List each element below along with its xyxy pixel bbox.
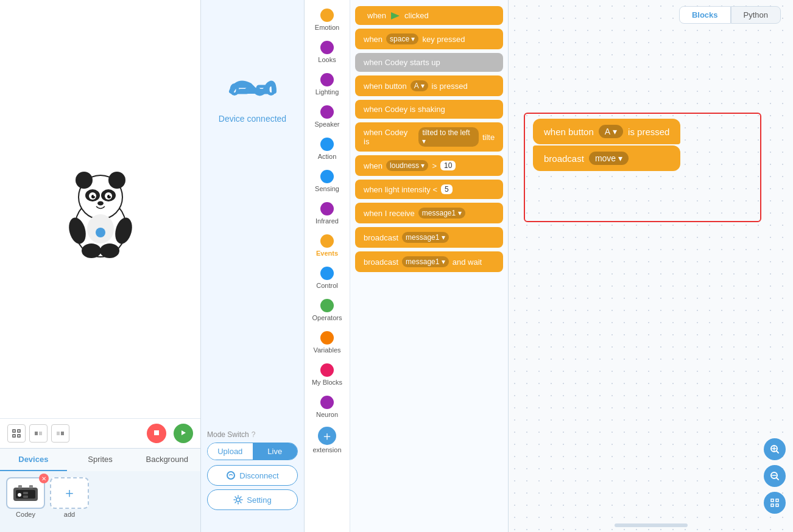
block-when-button[interactable]: when button A ▾ is pressed — [355, 75, 503, 96]
svg-point-3 — [108, 172, 125, 189]
cat-item-emotion[interactable]: Emotion — [305, 4, 350, 36]
svg-rect-43 — [771, 504, 774, 506]
ws-controls — [764, 438, 786, 514]
mode-switch-area: Mode Switch ? Upload Live Disconnect Set… — [207, 424, 298, 520]
panda-sprite — [61, 161, 140, 258]
upload-mode-btn[interactable]: Upload — [208, 443, 253, 460]
tilt-dropdown[interactable]: tilted to the left ▾ — [418, 127, 479, 147]
svg-point-37 — [236, 498, 240, 502]
svg-rect-27 — [154, 430, 159, 435]
block-when-starts[interactable]: when Codey starts up — [355, 53, 503, 72]
sensing-dot — [320, 170, 334, 183]
block-when-receive[interactable]: when I receive message1 ▾ — [355, 203, 503, 223]
workspace-scrollbar[interactable] — [615, 523, 688, 527]
cat-label-variables: Variables — [313, 346, 340, 354]
cat-item-sensing[interactable]: Sensing — [305, 165, 350, 197]
device-close-button[interactable]: ✕ — [39, 474, 49, 483]
space-dropdown[interactable]: space ▾ — [386, 33, 418, 44]
small-view-button[interactable] — [29, 424, 48, 443]
block-broadcast-wait[interactable]: broadcast message1 ▾ and wait — [355, 251, 503, 272]
cat-item-operators[interactable]: Operators — [305, 294, 350, 326]
block-when-shaking[interactable]: when Codey is shaking — [355, 100, 503, 119]
broadcast-dropdown[interactable]: message1 ▾ — [402, 232, 449, 243]
cat-item-looks[interactable]: Looks — [305, 36, 350, 68]
loudness-dropdown[interactable]: loudness ▾ — [386, 160, 428, 171]
extension-add-button[interactable]: ＋ — [318, 427, 336, 445]
cat-label-infrared: Infrared — [315, 217, 339, 225]
svg-rect-24 — [39, 432, 42, 435]
loudness-value[interactable]: 10 — [440, 161, 456, 170]
svg-point-2 — [76, 172, 93, 189]
fullscreen-button[interactable] — [7, 424, 26, 443]
ws-broadcast-dropdown[interactable]: move ▾ — [589, 152, 629, 165]
zoom-in-button[interactable] — [764, 438, 786, 460]
ws-block-broadcast[interactable]: broadcast move ▾ — [533, 145, 680, 171]
cat-item-infrared[interactable]: Infrared — [305, 197, 350, 229]
cat-item-variables[interactable]: Variables — [305, 326, 350, 359]
flag-icon — [390, 12, 401, 20]
live-mode-btn[interactable]: Live — [253, 443, 298, 460]
disconnect-icon — [226, 471, 236, 480]
infrared-dot — [320, 202, 334, 215]
tab-sprites[interactable]: Sprites — [67, 449, 134, 471]
left-panel: Devices Sprites Background ✕ — [0, 0, 201, 532]
zoom-in-icon — [770, 444, 780, 454]
cat-item-events[interactable]: Events — [305, 229, 350, 262]
cat-label-sensing: Sensing — [315, 185, 339, 192]
category-panel: Emotion Looks Lighting Speaker Action Se… — [305, 0, 350, 532]
setting-button[interactable]: Setting — [207, 489, 298, 510]
block-when-tilted[interactable]: when Codey is tilted to the left ▾ tilte — [355, 122, 503, 152]
cat-item-lighting[interactable]: Lighting — [305, 68, 350, 100]
panda-container — [0, 0, 200, 418]
ws-button-dropdown[interactable]: A ▾ — [599, 125, 623, 138]
large-view-button[interactable] — [51, 424, 69, 443]
block-when-key[interactable]: when space ▾ key pressed — [355, 29, 503, 49]
start-button[interactable] — [174, 424, 193, 443]
mode-help-icon[interactable]: ? — [252, 430, 256, 439]
cat-label-looks: Looks — [318, 56, 336, 63]
svg-rect-21 — [13, 435, 15, 437]
svg-rect-23 — [35, 432, 38, 435]
cat-label-operators: Operators — [312, 314, 342, 321]
cat-item-action[interactable]: Action — [305, 133, 350, 165]
cat-item-speaker[interactable]: Speaker — [305, 100, 350, 133]
blocks-panel: when clicked when space ▾ key pressed wh… — [350, 0, 509, 532]
device-box-codey[interactable] — [6, 477, 45, 509]
operators-dot — [320, 299, 334, 312]
cat-label-myblocks: My Blocks — [312, 379, 342, 386]
header-tab-blocks[interactable]: Blocks — [679, 6, 731, 24]
cat-item-myblocks[interactable]: My Blocks — [305, 359, 350, 391]
tabs-row: Devices Sprites Background — [0, 448, 200, 471]
ws-block-when-button[interactable]: when button A ▾ is pressed — [533, 119, 680, 144]
zoom-out-button[interactable] — [764, 465, 786, 487]
cat-label-control: Control — [316, 282, 337, 289]
svg-point-10 — [93, 194, 95, 196]
block-broadcast[interactable]: broadcast message1 ▾ — [355, 227, 503, 248]
block-when-clicked[interactable]: when clicked — [355, 6, 503, 25]
add-device-button[interactable]: ＋ — [50, 477, 89, 509]
button-dropdown[interactable]: A ▾ — [411, 80, 428, 91]
cat-label-events: Events — [316, 250, 338, 257]
cat-item-control[interactable]: Control — [305, 262, 350, 294]
looks-dot — [320, 41, 334, 54]
block-when-loudness[interactable]: when loudness ▾ > 10 — [355, 155, 503, 176]
mode-switch-label: Mode Switch ? — [207, 430, 298, 439]
block-when-light[interactable]: when light intensity < 5 — [355, 180, 503, 199]
cat-label-speaker: Speaker — [315, 121, 340, 128]
broadcast-wait-dropdown[interactable]: message1 ▾ — [402, 256, 449, 267]
svg-rect-35 — [29, 485, 33, 488]
receive-dropdown[interactable]: message1 ▾ — [418, 208, 465, 219]
header-tab-python[interactable]: Python — [731, 6, 781, 24]
light-value[interactable]: 5 — [441, 184, 453, 194]
svg-rect-22 — [18, 435, 20, 437]
svg-point-15 — [82, 243, 101, 258]
tab-devices[interactable]: Devices — [0, 449, 67, 471]
cat-label-extension: extension — [312, 446, 341, 453]
cat-item-neuron[interactable]: Neuron — [305, 391, 350, 423]
stop-button[interactable] — [147, 424, 166, 443]
disconnect-button[interactable]: Disconnect — [207, 465, 298, 486]
stage-controls — [0, 418, 200, 448]
action-dot — [320, 138, 334, 151]
fit-button[interactable] — [764, 492, 786, 514]
tab-background[interactable]: Background — [133, 449, 200, 471]
